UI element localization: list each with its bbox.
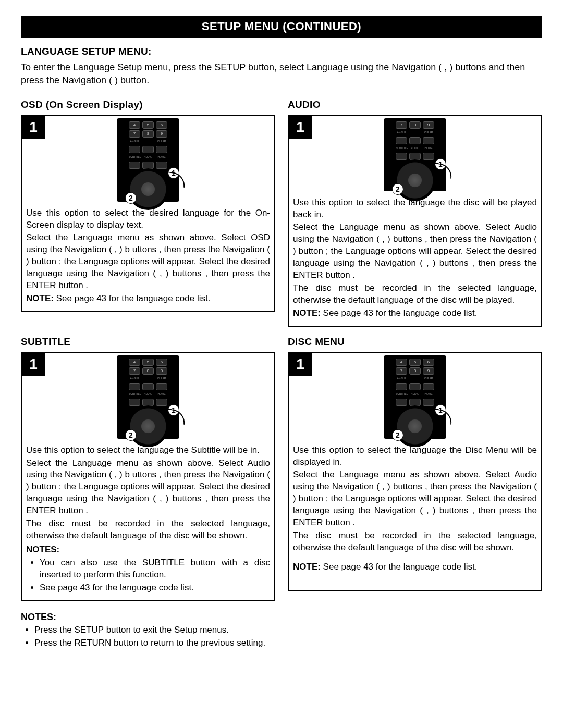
arrow-curve-icon bbox=[162, 171, 186, 188]
remote-key: 9 bbox=[423, 367, 434, 375]
subtitle-notes-list: You can also use the SUBTITLE button wit… bbox=[26, 557, 270, 594]
subtitle-icon bbox=[129, 399, 140, 406]
subtitle-p2: Select the Language menu as shown above.… bbox=[26, 458, 270, 517]
osd-p2: Select the Language menu as shown above.… bbox=[26, 232, 270, 292]
remote-key: 7 bbox=[396, 121, 407, 129]
language-setup-title: LANGUAGE SETUP MENU: bbox=[21, 45, 542, 58]
remote-key: 8 bbox=[142, 367, 154, 375]
list-item: See page 43 for the language code list. bbox=[40, 582, 270, 594]
remote-key: 7 bbox=[396, 367, 407, 375]
osd-text: Use this option to select the desired la… bbox=[22, 204, 274, 312]
discmenu-p2: Select the Language menu as shown above.… bbox=[293, 469, 537, 529]
footer-notes-label: NOTES: bbox=[21, 611, 542, 623]
remote-key: 6 bbox=[156, 359, 167, 366]
audio-icon bbox=[142, 162, 154, 169]
callout-2: 2 bbox=[125, 429, 137, 441]
osd-title: OSD (On Screen Display) bbox=[21, 98, 275, 112]
remote-label: ANGLE bbox=[396, 376, 407, 381]
home-icon bbox=[156, 162, 167, 169]
note-label: NOTE: bbox=[293, 562, 321, 572]
remote-key: 7 bbox=[129, 130, 140, 138]
notes-label: NOTES: bbox=[26, 544, 270, 556]
osd-p1: Use this option to select the desired la… bbox=[26, 207, 270, 231]
audio-p2: Select the Language menu as shown above.… bbox=[293, 221, 537, 281]
remote-label: CLEAR bbox=[423, 130, 434, 135]
remote-label bbox=[409, 376, 421, 381]
remote-label: ANGLE bbox=[129, 139, 140, 144]
remote-key: 4 bbox=[129, 359, 140, 366]
remote-label: AUDIO bbox=[409, 392, 421, 397]
remote-label: SUBTITLE bbox=[129, 155, 140, 160]
audio-text: Use this option to select the language t… bbox=[289, 194, 541, 326]
list-item: Press the SETUP button to exit the Setup… bbox=[34, 624, 542, 636]
remote-key: 5 bbox=[142, 121, 154, 129]
audio-icon bbox=[409, 153, 421, 160]
arrow-curve-icon bbox=[162, 408, 186, 425]
callout-2: 2 bbox=[125, 192, 137, 204]
clear-icon bbox=[156, 383, 167, 390]
osd-note: See page 43 for the language code list. bbox=[54, 293, 211, 303]
remote-label bbox=[142, 139, 154, 144]
list-item: You can also use the SUBTITLE button wit… bbox=[40, 557, 270, 581]
remote-key: 4 bbox=[396, 359, 407, 366]
callout-2: 2 bbox=[392, 429, 403, 441]
remote-label: SUBTITLE bbox=[396, 392, 407, 397]
zero-icon bbox=[142, 383, 154, 390]
clear-icon bbox=[423, 137, 434, 144]
home-icon bbox=[423, 153, 434, 160]
remote-key: 9 bbox=[156, 130, 167, 138]
note-label: NOTE: bbox=[293, 308, 321, 318]
subtitle-icon bbox=[396, 399, 407, 406]
remote-label: SUBTITLE bbox=[129, 392, 140, 397]
arrow-curve-icon bbox=[429, 162, 453, 179]
subtitle-text: Use this option to select the language t… bbox=[22, 441, 274, 600]
remote-label: AUDIO bbox=[142, 155, 154, 160]
remote-label: HOME bbox=[156, 392, 167, 397]
discmenu-note: See page 43 for the language code list. bbox=[321, 562, 478, 572]
remote-icon: 456 789 ANGLECLEAR SUBTITLEAUDIOHOME 1 2 bbox=[384, 355, 446, 439]
remote-illustration: 456 789 ANGLECLEAR SUBTITLEAUDIOHOME 1 2 bbox=[289, 353, 541, 441]
remote-key: 4 bbox=[129, 121, 140, 129]
subtitle-icon bbox=[129, 162, 140, 169]
discmenu-p3: The disc must be recorded in the selecte… bbox=[293, 530, 537, 554]
discmenu-p1: Use this option to select the language t… bbox=[293, 445, 537, 468]
remote-label: CLEAR bbox=[156, 376, 167, 381]
remote-icon: 456 789 ANGLECLEAR SUBTITLEAUDIOHOME 1 2 bbox=[117, 118, 179, 202]
audio-icon bbox=[142, 399, 154, 406]
remote-label bbox=[142, 376, 154, 381]
remote-label bbox=[409, 130, 421, 135]
remote-label: ANGLE bbox=[396, 130, 407, 135]
remote-icon: 456 789 ANGLECLEAR SUBTITLEAUDIOHOME 1 2 bbox=[117, 355, 179, 439]
osd-box: 1 456 789 ANGLECLEAR SUBTITLEAUDIOHOME 1… bbox=[21, 115, 275, 313]
clear-icon bbox=[423, 383, 434, 390]
audio-box: 1 789 ANGLECLEAR SUBTITLEAUDIOHOME 1 2 bbox=[288, 115, 542, 327]
angle-icon bbox=[396, 383, 407, 390]
remote-illustration: 789 ANGLECLEAR SUBTITLEAUDIOHOME 1 2 bbox=[289, 116, 541, 194]
callout-2: 2 bbox=[392, 183, 403, 195]
remote-label: CLEAR bbox=[423, 376, 434, 381]
note-label: NOTE: bbox=[26, 293, 54, 303]
remote-key: 7 bbox=[129, 367, 140, 375]
subtitle-icon bbox=[396, 153, 407, 160]
remote-key: 8 bbox=[409, 367, 421, 375]
remote-icon: 789 ANGLECLEAR SUBTITLEAUDIOHOME 1 2 bbox=[384, 118, 446, 191]
remote-label: AUDIO bbox=[409, 146, 421, 151]
list-item: Press the RETURN button to return to the… bbox=[34, 637, 542, 649]
subtitle-title: SUBTITLE bbox=[21, 335, 275, 349]
remote-key: 8 bbox=[142, 130, 154, 138]
angle-icon bbox=[129, 146, 140, 153]
remote-label: CLEAR bbox=[156, 139, 167, 144]
discmenu-box: 1 456 789 ANGLECLEAR SUBTITLEAUDIOHOME 1… bbox=[288, 352, 542, 591]
remote-key: 9 bbox=[156, 367, 167, 375]
angle-icon bbox=[129, 383, 140, 390]
zero-icon bbox=[409, 383, 421, 390]
subtitle-box: 1 456 789 ANGLECLEAR SUBTITLEAUDIOHOME 1… bbox=[21, 352, 275, 601]
remote-illustration: 456 789 ANGLECLEAR SUBTITLEAUDIOHOME 1 2 bbox=[22, 353, 274, 441]
remote-key: 6 bbox=[423, 359, 434, 366]
discmenu-text: Use this option to select the language t… bbox=[289, 441, 541, 579]
arrow-curve-icon bbox=[429, 408, 453, 425]
remote-label: HOME bbox=[156, 155, 167, 160]
zero-icon bbox=[142, 146, 154, 153]
remote-key: 9 bbox=[423, 121, 434, 129]
remote-label: ANGLE bbox=[129, 376, 140, 381]
